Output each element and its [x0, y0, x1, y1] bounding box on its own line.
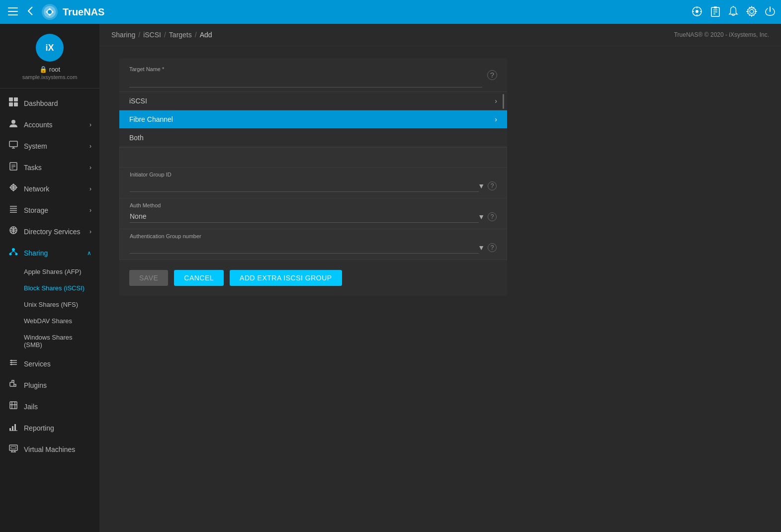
type-option-iscsi[interactable]: iSCSI › [119, 92, 507, 110]
sidebar-item-jails[interactable]: Jails [0, 396, 99, 417]
save-button[interactable]: SAVE [129, 270, 168, 286]
svg-rect-21 [9, 97, 13, 101]
sidebar-subitem-label: WebDAV Shares [24, 317, 72, 325]
svg-rect-60 [14, 424, 16, 431]
cancel-button[interactable]: CANCEL [174, 270, 224, 286]
form-actions: SAVE CANCEL ADD EXTRA ISCSI GROUP [119, 260, 507, 296]
target-name-help-button[interactable]: ? [487, 70, 497, 80]
services-icon [8, 358, 19, 369]
svg-point-18 [750, 9, 754, 13]
sidebar-nav: Dashboard Accounts › [0, 89, 99, 532]
svg-point-42 [12, 248, 15, 251]
sidebar-item-plugins[interactable]: Plugins [0, 374, 99, 396]
sidebar-item-services[interactable]: Services [0, 353, 99, 374]
type-option-fibre-channel[interactable]: Fibre Channel › [119, 110, 507, 129]
chevron-down-icon: ∧ [87, 250, 91, 257]
target-name-input[interactable] [129, 75, 482, 88]
breadcrumb-current: Add [200, 31, 212, 39]
svg-point-51 [11, 362, 12, 363]
chevron-right-icon: › [89, 228, 91, 235]
sidebar-item-label: Reporting [24, 424, 54, 432]
chevron-right-icon: › [89, 185, 91, 192]
auth-method-row: Auth Method None CHAP Mutual CHAP ▼ ? [120, 198, 507, 229]
notifications-icon[interactable] [728, 6, 738, 18]
sidebar-subitem-label: Windows Shares (SMB) [24, 334, 91, 349]
initiator-group-select[interactable] [130, 179, 479, 192]
auth-group-row: Authentication Group number ▼ ? [120, 229, 507, 260]
settings-icon[interactable] [746, 6, 757, 18]
svg-point-44 [15, 253, 18, 256]
sidebar-item-label: Jails [24, 403, 38, 411]
auth-group-help-button[interactable]: ? [488, 243, 497, 252]
sidebar-item-tasks[interactable]: Tasks › [0, 157, 99, 178]
breadcrumb-sharing[interactable]: Sharing [111, 31, 135, 39]
portal-empty-row [120, 148, 507, 168]
svg-rect-58 [9, 428, 11, 431]
sidebar-item-reporting[interactable]: Reporting [0, 417, 99, 439]
sidebar-subitem-webdav[interactable]: WebDAV Shares [0, 313, 99, 329]
breadcrumb-bar: Sharing / iSCSI / Targets / Add TrueNAS®… [99, 24, 781, 46]
jails-icon [8, 401, 19, 412]
sidebar-item-virtual-machines[interactable]: Virtual Machines [0, 439, 99, 460]
copyright: TrueNAS® © 2020 - iXsystems, Inc. [674, 31, 769, 38]
auth-group-select[interactable] [130, 241, 479, 254]
sidebar-subitem-afp[interactable]: Apple Shares (AFP) [0, 264, 99, 280]
initiator-group-arrow-icon: ▼ [478, 182, 485, 190]
iscsi-label: iSCSI [129, 97, 147, 105]
sidebar-item-label: System [24, 142, 47, 150]
svg-point-5 [48, 10, 52, 14]
svg-line-45 [10, 251, 13, 253]
accounts-icon [8, 119, 19, 130]
auth-method-help-button[interactable]: ? [488, 212, 497, 221]
breadcrumb-targets[interactable]: Targets [169, 31, 192, 39]
system-icon [8, 140, 19, 152]
auth-method-label: Auth Method [130, 202, 497, 208]
sidebar-item-system[interactable]: System › [0, 135, 99, 157]
sidebar-item-label: Network [24, 185, 49, 193]
sidebar-item-accounts[interactable]: Accounts › [0, 114, 99, 135]
both-label: Both [129, 134, 144, 142]
selected-arrow: › [495, 115, 497, 123]
sidebar-item-label: Storage [24, 206, 48, 214]
initiator-group-help-button[interactable]: ? [488, 181, 497, 190]
app-logo: TrueNAS [41, 3, 104, 21]
auth-method-select[interactable]: None CHAP Mutual CHAP [130, 210, 479, 223]
directory-services-icon [8, 226, 19, 237]
plugins-icon [8, 379, 19, 391]
initiator-group-label: Initiator Group ID [130, 172, 497, 177]
sidebar-subitem-smb[interactable]: Windows Shares (SMB) [0, 329, 99, 353]
back-button[interactable] [26, 4, 35, 20]
svg-rect-54 [10, 402, 17, 409]
sidebar-subitem-iscsi[interactable]: Block Shares (iSCSI) [0, 280, 99, 296]
reporting-icon [8, 422, 19, 434]
type-option-both[interactable]: Both [119, 129, 507, 147]
breadcrumb-iscsi[interactable]: iSCSI [143, 31, 161, 39]
svg-rect-2 [8, 14, 18, 15]
sidebar-item-dashboard[interactable]: Dashboard [0, 92, 99, 114]
power-icon[interactable] [765, 6, 775, 18]
sidebar-item-label: Directory Services [24, 228, 81, 236]
dashboard-icon [8, 97, 19, 109]
tasks-icon[interactable] [710, 6, 720, 18]
svg-rect-16 [714, 6, 717, 8]
sidebar-item-label: Dashboard [24, 99, 58, 107]
sidebar-item-directory-services[interactable]: Directory Services › [0, 221, 99, 242]
feedback-icon[interactable] [692, 6, 702, 18]
vm-icon [8, 443, 19, 455]
sidebar-item-network[interactable]: Network › [0, 178, 99, 199]
sidebar-subitem-nfs[interactable]: Unix Shares (NFS) [0, 296, 99, 313]
sidebar-item-sharing[interactable]: Sharing ∧ [0, 242, 99, 264]
add-extra-iscsi-group-button[interactable]: ADD EXTRA ISCSI GROUP [230, 270, 342, 286]
main-content: Sharing / iSCSI / Targets / Add TrueNAS®… [99, 24, 781, 532]
auth-group-arrow-icon: ▼ [478, 244, 485, 252]
hamburger-button[interactable] [6, 4, 20, 20]
svg-point-7 [695, 10, 698, 13]
breadcrumb: Sharing / iSCSI / Targets / Add [111, 31, 212, 39]
sharing-icon [8, 247, 19, 259]
sidebar-item-label: Plugins [24, 381, 47, 389]
fibre-channel-label: Fibre Channel [129, 115, 173, 123]
sidebar-item-storage[interactable]: Storage › [0, 199, 99, 221]
chevron-right-icon: › [89, 121, 91, 128]
svg-rect-24 [14, 102, 18, 106]
profile-hostname: sample.ixsystems.com [22, 74, 78, 80]
